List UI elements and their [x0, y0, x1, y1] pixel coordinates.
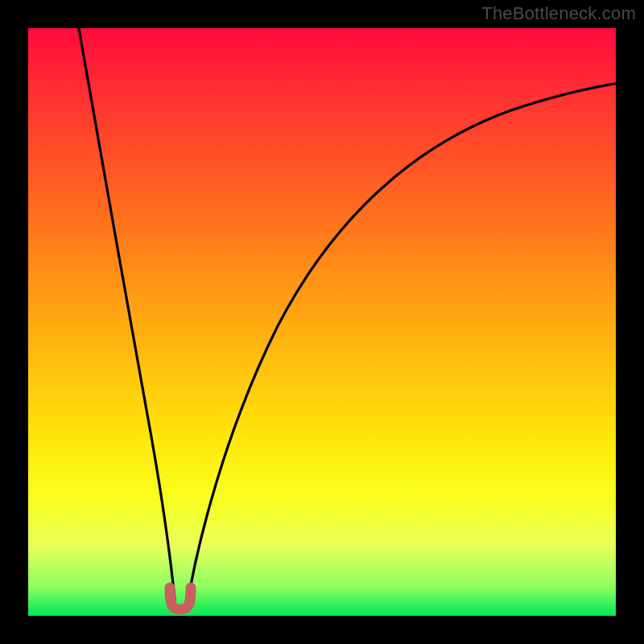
curve-right-branch — [187, 83, 620, 608]
outer-frame: TheBottleneck.com — [0, 0, 644, 644]
chart-svg — [28, 28, 616, 616]
minimum-blob — [170, 588, 191, 609]
curve-left-branch — [78, 24, 175, 608]
plot-area — [28, 28, 616, 616]
watermark-text: TheBottleneck.com — [481, 3, 636, 24]
